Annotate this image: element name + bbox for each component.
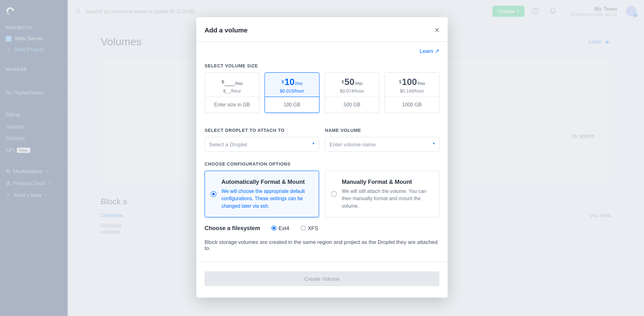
size-card-custom[interactable]: $__/mo $__/hour [204,72,259,113]
volume-name-input[interactable] [329,141,433,148]
config-title: Manually Format & Mount [342,178,433,185]
radio-icon [301,226,306,231]
per-hr: /hour [354,88,364,93]
config-desc: We will still attach the volume. You can… [342,188,433,210]
create-volume-label: Create Volume [304,276,340,282]
modal-title: Add a volume [204,26,247,34]
label-config-options: CHOOSE CONFIGURATION OPTIONS [204,161,439,166]
label-select-droplet: SELECT DROPLET TO ATTACH TO [204,128,319,133]
per-hr: /hour [414,88,424,93]
droplet-select[interactable]: Select a Droplet * [204,137,319,152]
filesystem-label: XFS [308,225,318,231]
price-mo: __ [225,77,235,87]
label-filesystem: Choose a filesystem [204,225,260,231]
close-icon[interactable]: ✕ [434,26,440,34]
external-link-icon: ↗ [435,48,439,54]
filesystem-option-ext4[interactable]: Ext4 [272,225,289,231]
price-mo: 100 [402,77,417,87]
radio-icon [331,191,337,197]
size-card-1000gb[interactable]: $100/mo $0.149/hour 1000 GB [385,72,440,113]
required-star-icon: * [312,141,314,148]
per-mo: /mo [235,81,242,86]
droplet-select-placeholder: Select a Droplet [209,141,247,148]
per-hr: /hour [231,88,241,93]
price-hr: $0.074 [340,88,354,93]
label-name-volume: NAME VOLUME [325,128,439,133]
price-hr: $0.015 [280,88,294,93]
price-mo: 10 [285,77,295,87]
price-hr: __ [226,88,231,93]
size-label: 500 GB [325,97,379,113]
price-hr: $0.149 [400,88,414,93]
size-card-100gb[interactable]: $10/mo $0.015/hour 100 GB [264,72,319,113]
config-title: Automatically Format & Mount [221,178,313,185]
radio-icon [211,191,216,197]
per-mo: /mo [417,81,425,86]
size-label: 1000 GB [385,97,439,113]
per-hr: /hour [294,88,304,93]
radio-icon [272,226,277,231]
region-note: Block storage volumes are created in the… [204,239,439,251]
filesystem-option-xfs[interactable]: XFS [301,225,318,231]
price-mo: 50 [344,77,354,87]
config-manual-format[interactable]: Manually Format & Mount We will still at… [325,171,439,217]
volume-size-grid: $__/mo $__/hour $10/mo $0.015/hour [204,72,439,113]
add-volume-modal: Add a volume ✕ Learn ↗ SELECT VOLUME SIZ… [196,17,447,298]
create-volume-button[interactable]: Create Volume [204,271,439,286]
size-custom-input[interactable] [208,102,257,108]
learn-label: Learn [420,48,433,54]
size-card-500gb[interactable]: $50/mo $0.074/hour 500 GB [325,72,380,113]
volume-name-field-wrap: * [325,137,439,152]
modal-learn-link[interactable]: Learn ↗ [420,48,440,54]
label-select-size: SELECT VOLUME SIZE [204,63,439,68]
required-star-icon: * [433,141,435,148]
per-mo: /mo [295,81,303,86]
per-mo: /mo [355,81,363,86]
config-auto-format[interactable]: Automatically Format & Mount We will cho… [204,171,319,217]
modal-overlay[interactable]: Add a volume ✕ Learn ↗ SELECT VOLUME SIZ… [0,0,644,316]
size-label: 100 GB [265,97,319,113]
config-desc: We will choose the appropriate default c… [221,188,313,210]
filesystem-label: Ext4 [279,225,289,231]
